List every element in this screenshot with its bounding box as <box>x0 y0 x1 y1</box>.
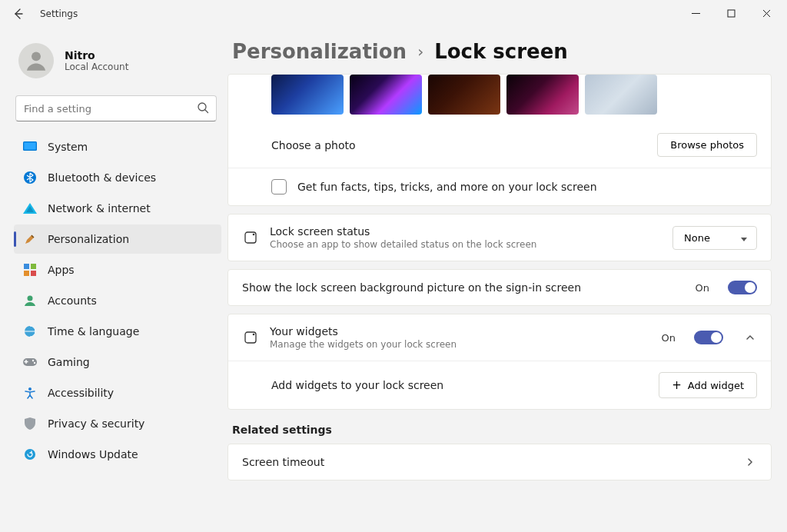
shield-icon <box>23 417 37 431</box>
browse-photos-button[interactable]: Browse photos <box>657 133 757 157</box>
app-name: Settings <box>40 8 78 19</box>
svg-rect-4 <box>24 142 35 149</box>
nav-system[interactable]: System <box>14 132 221 161</box>
svg-rect-9 <box>31 271 36 276</box>
background-thumb-3[interactable] <box>428 75 500 115</box>
window-controls <box>678 2 784 25</box>
nav-label: Personalization <box>48 233 129 245</box>
globe-clock-icon <box>23 324 37 338</box>
svg-rect-7 <box>31 264 36 269</box>
nav-apps[interactable]: Apps <box>14 255 221 284</box>
nav-accounts[interactable]: Accounts <box>14 286 221 315</box>
svg-rect-6 <box>24 264 29 269</box>
nav-personalization[interactable]: Personalization <box>14 224 221 254</box>
titlebar: Settings <box>0 0 787 28</box>
fun-facts-row[interactable]: Get fun facts, tips, tricks, and more on… <box>228 168 771 205</box>
lock-status-row[interactable]: Lock screen status Choose an app to show… <box>228 214 771 261</box>
background-thumb-4[interactable] <box>506 75 579 115</box>
screen-timeout-row[interactable]: Screen timeout <box>228 444 771 480</box>
breadcrumb-current: Lock screen <box>434 40 568 63</box>
avatar <box>18 43 54 78</box>
svg-point-15 <box>28 387 32 391</box>
nav-gaming[interactable]: Gaming <box>14 347 221 377</box>
update-icon <box>23 447 37 461</box>
widgets-toggle[interactable] <box>694 331 723 344</box>
lock-status-value: None <box>684 232 710 244</box>
lock-status-title: Lock screen status <box>270 225 662 238</box>
nav-privacy[interactable]: Privacy & security <box>14 409 221 438</box>
nav-label: Network & internet <box>48 202 151 214</box>
maximize-icon <box>727 9 736 18</box>
nav-label: Privacy & security <box>48 417 144 430</box>
profile-subtitle: Local Account <box>65 62 128 72</box>
svg-rect-8 <box>24 271 29 276</box>
chevron-right-icon: › <box>417 42 423 61</box>
apps-icon <box>23 263 37 277</box>
profile[interactable]: Nitro Local Account <box>14 34 221 92</box>
widgets-row[interactable]: Your widgets Manage the widgets on your … <box>228 314 771 361</box>
breadcrumb: Personalization › Lock screen <box>227 40 772 63</box>
widgets-card: Your widgets Manage the widgets on your … <box>227 314 772 410</box>
nav-accessibility[interactable]: Accessibility <box>14 378 221 407</box>
accounts-icon <box>23 294 37 308</box>
nav-label: Accessibility <box>48 387 114 399</box>
lock-status-card: Lock screen status Choose an app to show… <box>227 214 772 261</box>
nav-update[interactable]: Windows Update <box>14 440 221 469</box>
fun-facts-label: Get fun facts, tips, tricks, and more on… <box>297 181 597 193</box>
person-icon <box>23 48 49 74</box>
lock-status-select[interactable]: None <box>672 226 757 250</box>
chevron-up-icon[interactable] <box>743 331 757 344</box>
background-thumb-1[interactable] <box>271 75 344 115</box>
svg-point-13 <box>32 360 34 361</box>
background-thumbnails <box>228 75 771 122</box>
svg-point-10 <box>28 296 33 301</box>
bluetooth-icon <box>23 171 37 185</box>
nav-label: Windows Update <box>48 448 138 461</box>
add-widgets-label: Add widgets to your lock screen <box>271 379 648 391</box>
nav-time[interactable]: Time & language <box>14 317 221 346</box>
back-button[interactable] <box>6 2 31 26</box>
nav-label: Time & language <box>48 325 139 337</box>
grid-icon <box>242 229 259 246</box>
maximize-button[interactable] <box>713 2 749 25</box>
svg-point-18 <box>253 234 255 236</box>
search-input[interactable] <box>15 95 217 121</box>
nav-label: Accounts <box>48 294 97 307</box>
profile-name: Nitro <box>65 49 128 62</box>
svg-point-14 <box>34 362 35 364</box>
background-thumb-5[interactable] <box>585 75 657 115</box>
nav-network[interactable]: Network & internet <box>14 194 221 223</box>
widgets-title: Your widgets <box>270 325 651 337</box>
network-icon <box>23 201 37 215</box>
sidebar: Nitro Local Account System Bluetooth & d… <box>0 28 227 532</box>
nav-label: System <box>48 141 88 153</box>
nav-bluetooth[interactable]: Bluetooth & devices <box>14 163 221 192</box>
add-widget-button[interactable]: +Add widget <box>659 372 757 398</box>
background-card: Choose a photo Browse photos Get fun fac… <box>227 74 772 206</box>
monitor-icon <box>23 140 37 154</box>
paintbrush-icon <box>23 232 37 246</box>
show-bg-row[interactable]: Show the lock screen background picture … <box>228 270 771 305</box>
plus-icon: + <box>672 378 682 392</box>
svg-point-1 <box>32 52 41 61</box>
svg-point-2 <box>198 103 206 111</box>
widgets-sub: Manage the widgets on your lock screen <box>270 339 651 350</box>
search-box <box>15 95 217 121</box>
add-widgets-row: Add widgets to your lock screen +Add wid… <box>228 361 771 409</box>
breadcrumb-parent[interactable]: Personalization <box>232 40 407 63</box>
nav-label: Gaming <box>48 356 90 368</box>
screen-timeout-card: Screen timeout <box>227 444 772 480</box>
show-bg-state: On <box>696 282 709 294</box>
show-bg-card: Show the lock screen background picture … <box>227 269 772 306</box>
show-bg-toggle[interactable] <box>728 281 757 294</box>
close-button[interactable] <box>749 2 784 25</box>
arrow-left-icon <box>12 8 25 20</box>
screen-timeout-label: Screen timeout <box>242 456 723 468</box>
close-icon <box>762 9 771 18</box>
add-widget-label: Add widget <box>688 380 744 391</box>
minimize-button[interactable] <box>678 2 713 25</box>
related-settings-heading: Related settings <box>232 424 772 436</box>
background-thumb-2[interactable] <box>350 75 422 115</box>
nav: System Bluetooth & devices Network & int… <box>14 132 221 469</box>
fun-facts-checkbox[interactable] <box>271 179 287 195</box>
